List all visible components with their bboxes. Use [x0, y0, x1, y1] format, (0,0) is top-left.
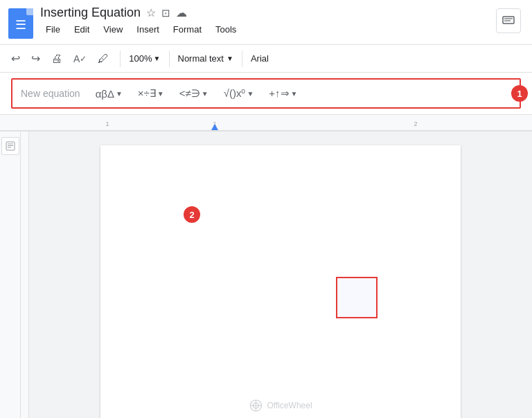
style-value: Normal text	[178, 53, 224, 64]
ops-symbols: ×÷∃	[138, 87, 156, 100]
badge-1: 1	[511, 85, 528, 102]
outline-icon[interactable]	[1, 137, 19, 155]
style-select[interactable]: Normal text ▼	[178, 53, 233, 64]
arrows-arrow: ▼	[291, 90, 298, 98]
redo-button[interactable]: ↪	[28, 49, 43, 68]
eq-group-math[interactable]: √()x⁰ ▼	[220, 85, 258, 102]
cloud-icon[interactable]: ☁	[176, 6, 187, 19]
eq-group-ops[interactable]: ×÷∃ ▼	[134, 85, 168, 102]
left-sidebar	[0, 131, 21, 418]
title-area: Inserting Equation ☆ ⊡ ☁ File Edit View …	[40, 6, 488, 42]
chat-button[interactable]	[496, 8, 521, 33]
eq-group-greek[interactable]: αβΔ ▼	[91, 86, 127, 102]
print-button[interactable]: 🖨	[48, 50, 65, 68]
eq-group-relations[interactable]: <≠∋ ▼	[175, 85, 213, 102]
math-arrow: ▼	[247, 90, 254, 98]
paint-format-button[interactable]: 🖊	[95, 50, 112, 68]
watermark: OfficeWheel	[249, 399, 312, 412]
doc-page: 2 OfficeWheel	[100, 145, 461, 418]
style-arrow: ▼	[227, 55, 233, 62]
undo-button[interactable]: ↩	[8, 49, 23, 68]
menu-insert[interactable]: Insert	[131, 21, 165, 37]
eq-group-arrows[interactable]: +↑⇒ ▼	[265, 85, 301, 102]
menu-edit[interactable]: Edit	[69, 21, 95, 37]
ruler-mark-3: 2	[414, 120, 417, 127]
new-equation-label: New equation	[21, 88, 80, 99]
greek-symbols: αβΔ	[96, 88, 114, 100]
ruler: 1 1 2	[0, 115, 532, 131]
toolbar-divider-3	[242, 51, 242, 67]
relations-symbols: <≠∋	[179, 87, 200, 100]
header-right	[496, 8, 532, 33]
zoom-value: 100%	[129, 53, 152, 64]
menu-view[interactable]: View	[98, 21, 128, 37]
toolbar-divider-1	[120, 51, 121, 67]
menu-row: File Edit View Insert Format Tools	[40, 20, 488, 42]
doc-icon-lines: ☰	[15, 17, 26, 33]
menu-tools[interactable]: Tools	[210, 21, 242, 37]
math-symbols: √()x⁰	[224, 87, 246, 100]
ruler-mark-1: 1	[105, 120, 109, 127]
top-bar: ☰ Inserting Equation ☆ ⊡ ☁ File Edit Vie…	[0, 0, 532, 45]
badge-2: 2	[184, 206, 200, 223]
equation-bar: New equation αβΔ ▼ ×÷∃ ▼ <≠∋ ▼ √()x⁰ ▼ +…	[11, 78, 521, 109]
watermark-text: OfficeWheel	[267, 401, 312, 410]
menu-format[interactable]: Format	[168, 21, 207, 37]
ops-arrow: ▼	[157, 90, 164, 98]
main-area: 2 OfficeWheel	[0, 131, 532, 418]
folder-icon[interactable]: ⊡	[161, 7, 170, 19]
font-select[interactable]: Arial	[251, 53, 269, 64]
zoom-arrow: ▼	[154, 55, 161, 62]
relations-arrow: ▼	[202, 90, 209, 98]
toolbar-row: ↩ ↪ 🖨 A✓ 🖊 100% ▼ Normal text ▼ Arial	[0, 45, 532, 73]
doc-icon: ☰	[8, 8, 33, 39]
vertical-ruler	[21, 131, 29, 418]
spell-check-button[interactable]: A✓	[71, 51, 89, 67]
menu-file[interactable]: File	[40, 21, 66, 37]
ruler-tab	[211, 124, 218, 130]
toolbar-divider-2	[169, 51, 170, 67]
doc-title-text: Inserting Equation	[40, 6, 141, 20]
doc-title-row: Inserting Equation ☆ ⊡ ☁	[40, 6, 488, 20]
zoom-select[interactable]: 100% ▼	[129, 53, 160, 64]
title-icons: ☆ ⊡ ☁	[146, 6, 187, 19]
equation-bar-wrapper: New equation αβΔ ▼ ×÷∃ ▼ <≠∋ ▼ √()x⁰ ▼ +…	[0, 73, 532, 115]
doc-area: 2 OfficeWheel	[29, 131, 532, 418]
star-icon[interactable]: ☆	[146, 6, 156, 19]
greek-arrow: ▼	[116, 90, 123, 98]
arrows-symbols: +↑⇒	[269, 87, 289, 100]
svg-rect-0	[503, 17, 514, 24]
equation-box[interactable]	[336, 277, 378, 318]
title-row: ☰ Inserting Equation ☆ ⊡ ☁ File Edit Vie…	[0, 0, 496, 44]
